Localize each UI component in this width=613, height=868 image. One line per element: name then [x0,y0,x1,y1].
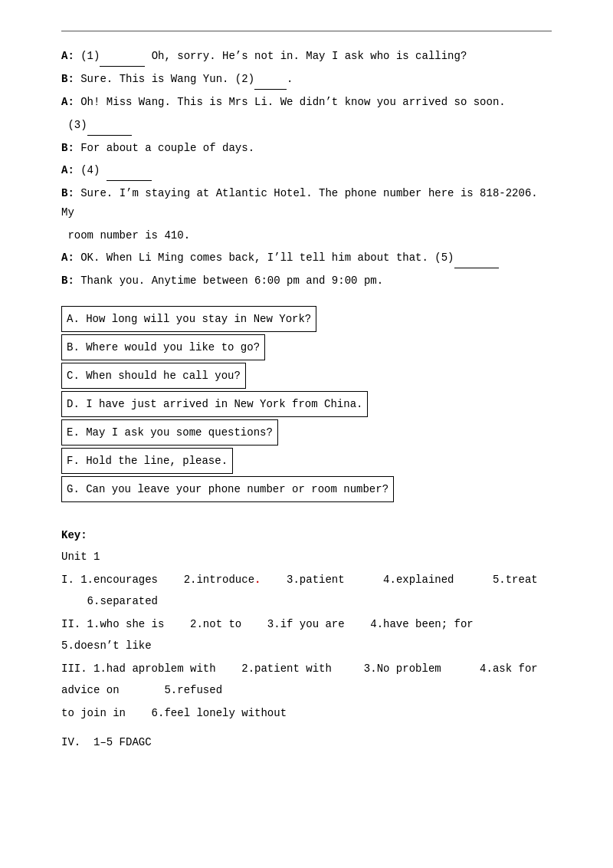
blank-3 [87,116,133,136]
option-d-box: D. I have just arrived in New York from … [61,391,368,417]
key-row-4: IV. 1–5 FDAGC [61,732,552,753]
dialogue-line-6b: room number is 410. [61,226,552,245]
dialogue-line-6: B: Sure. I’m staying at Atlantic Hotel. … [61,184,552,222]
unit-title: Unit 1 [61,546,552,567]
dialogue-line-7: A: OK. When Li Ming comes back, I’ll tel… [61,248,552,268]
option-e: E. May I ask you some questions? [61,419,552,446]
key-row-3: III. 1.had aproblem with 2.patient with … [61,658,552,701]
key-title: Key: [61,524,552,546]
options-section: A. How long will you stay in New York? B… [61,306,552,503]
speaker-b-2: B: [61,142,74,154]
option-b: B. Where would you like to go? [61,334,552,361]
dialogue-line-8: B: Thank you. Anytime between 6:00 pm an… [61,271,552,291]
option-d: D. I have just arrived in New York from … [61,391,552,418]
blank-1 [100,47,145,67]
option-e-box: E. May I ask you some questions? [61,419,278,446]
key-section: Key: Unit 1 I. 1.encourages 2.introduce.… [61,524,552,753]
blank-2 [254,70,287,90]
key-row-2: II. 1.who she is 2.not to 3.if you are 4… [61,613,552,656]
option-c: C. When should he call you? [61,363,552,390]
key-row-1: I. 1.encourages 2.introduce. 3.patient 4… [61,569,552,612]
speaker-b-1: B: [61,73,74,85]
speaker-a-2: A: [61,96,74,108]
option-c-box: C. When should he call you? [61,363,246,389]
option-a-box: A. How long will you stay in New York? [61,306,316,332]
option-f-box: F. Hold the line, please. [61,448,233,474]
dialogue-line-2: B: Sure. This is Wang Yun. (2) . [61,70,552,90]
dialogue-section: A: (1) Oh, sorry. He’s not in. May I ask… [61,47,552,291]
speaker-a-4: A: [61,252,74,264]
option-f: F. Hold the line, please. [61,448,552,475]
speaker-a-1: A: [61,50,74,62]
blank-4 [107,161,152,181]
dialogue-line-3: A: Oh! Miss Wang. This is Mrs Li. We did… [61,93,552,112]
option-a: A. How long will you stay in New York? [61,306,552,333]
option-g: G. Can you leave your phone number or ro… [61,476,552,503]
key-row-3b: to join in 6.feel lonely without [61,702,552,724]
dialogue-line-3b: (3) [61,116,552,136]
dialogue-line-4: B: For about a couple of days. [61,139,552,158]
speaker-b-4: B: [61,275,74,287]
blank-5 [454,248,500,268]
speaker-b-3: B: [61,187,74,199]
speaker-a-3: A: [61,164,74,176]
dialogue-line-5: A: (4) [61,161,552,181]
option-b-box: B. Where would you like to go? [61,334,265,360]
option-g-box: G. Can you leave your phone number or ro… [61,476,394,502]
dialogue-line-1: A: (1) Oh, sorry. He’s not in. May I ask… [61,47,552,67]
top-divider [61,31,552,31]
